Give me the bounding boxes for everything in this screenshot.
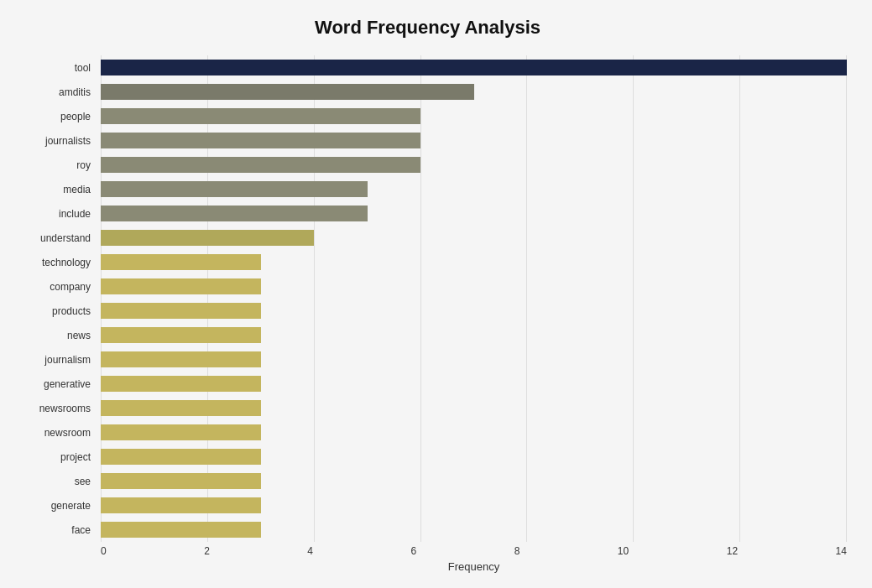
bar-row-newsroom xyxy=(101,420,847,445)
bar-generative xyxy=(101,376,261,392)
y-label-understand: understand xyxy=(40,226,96,250)
bar-company xyxy=(101,278,261,294)
bars-area xyxy=(101,55,847,542)
bars-wrapper xyxy=(101,55,847,542)
x-tick-10: 10 xyxy=(618,545,629,557)
bar-journalists xyxy=(101,133,420,148)
bar-row-news xyxy=(101,323,847,347)
y-label-tool: tool xyxy=(75,55,96,80)
bar-row-generate xyxy=(101,493,847,518)
bar-row-include xyxy=(101,201,847,226)
bar-row-amditis xyxy=(101,80,847,104)
x-tick-8: 8 xyxy=(514,545,520,557)
y-label-technology: technology xyxy=(42,250,96,274)
y-label-include: include xyxy=(59,201,96,226)
bar-row-media xyxy=(101,177,847,201)
y-label-journalists: journalists xyxy=(45,128,96,153)
bar-row-face xyxy=(101,518,847,542)
y-label-newsrooms: newsrooms xyxy=(39,396,96,420)
x-tick-0: 0 xyxy=(101,545,107,557)
y-label-generative: generative xyxy=(44,372,96,396)
y-label-newsroom: newsroom xyxy=(44,420,96,445)
bar-row-project xyxy=(101,445,847,469)
bar-row-technology xyxy=(101,250,847,274)
x-tick-14: 14 xyxy=(836,545,847,557)
y-label-products: products xyxy=(52,299,96,323)
bar-include xyxy=(101,206,368,221)
x-tick-6: 6 xyxy=(411,545,417,557)
bar-row-newsrooms xyxy=(101,396,847,420)
bar-understand xyxy=(101,230,314,246)
bar-row-understand xyxy=(101,226,847,250)
chart-container: Word Frequency Analysis toolamditispeopl… xyxy=(0,0,872,588)
y-label-people: people xyxy=(60,104,96,128)
y-label-amditis: amditis xyxy=(59,80,96,104)
x-tick-4: 4 xyxy=(307,545,313,557)
y-label-media: media xyxy=(63,177,96,201)
x-ticks: 02468101214 xyxy=(101,545,847,557)
bar-row-generative xyxy=(101,372,847,396)
y-label-generate: generate xyxy=(51,493,96,518)
bar-technology xyxy=(101,254,261,270)
x-tick-2: 2 xyxy=(204,545,210,557)
x-tick-12: 12 xyxy=(727,545,738,557)
bar-project xyxy=(101,449,261,465)
bar-row-people xyxy=(101,104,847,128)
bar-news xyxy=(101,327,261,343)
y-label-news: news xyxy=(67,323,96,347)
bar-row-journalism xyxy=(101,347,847,372)
y-axis: toolamditispeoplejournalistsroymediaincl… xyxy=(8,55,101,542)
bar-row-products xyxy=(101,299,847,323)
y-label-company: company xyxy=(50,274,96,299)
bar-row-tool xyxy=(101,55,847,80)
bar-row-roy xyxy=(101,153,847,177)
bar-see xyxy=(101,473,261,489)
bar-products xyxy=(101,303,261,319)
bar-generate xyxy=(101,497,261,513)
bar-amditis xyxy=(101,84,474,100)
bar-roy xyxy=(101,157,420,173)
bar-tool xyxy=(101,60,847,75)
y-label-project: project xyxy=(60,445,96,469)
bar-journalism xyxy=(101,351,261,367)
bar-people xyxy=(101,108,420,124)
bar-row-company xyxy=(101,274,847,299)
y-label-see: see xyxy=(75,469,96,493)
y-label-journalism: journalism xyxy=(44,347,96,372)
bar-newsroom xyxy=(101,424,261,440)
y-label-roy: roy xyxy=(76,153,96,177)
x-axis-label: Frequency xyxy=(101,560,847,573)
bar-newsrooms xyxy=(101,400,261,416)
bar-face xyxy=(101,522,261,538)
bar-row-see xyxy=(101,469,847,493)
y-label-face: face xyxy=(71,518,96,542)
bar-row-journalists xyxy=(101,128,847,153)
bar-media xyxy=(101,181,368,197)
x-axis: 02468101214 Frequency xyxy=(101,545,847,573)
chart-title: Word Frequency Analysis xyxy=(8,17,847,39)
